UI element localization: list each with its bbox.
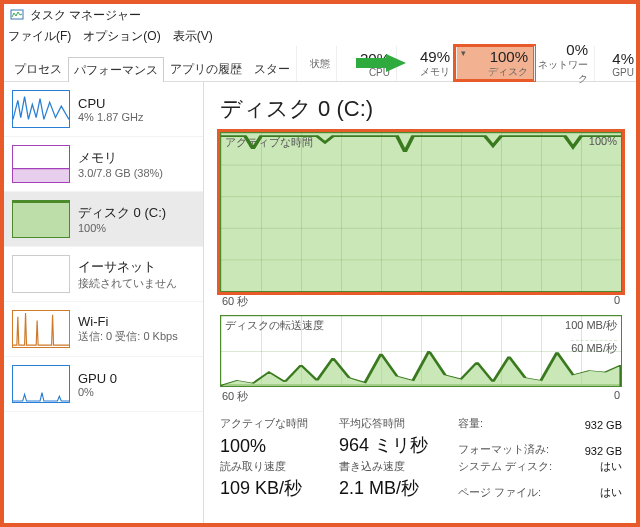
summary-disk[interactable]: ▾ 100% ディスク — [456, 46, 534, 81]
svg-marker-4 — [221, 351, 621, 386]
summary-status-label: 状態 — [299, 57, 330, 71]
summary-status[interactable]: 状態 — [296, 46, 336, 81]
xaxis-right-2: 0 — [614, 389, 620, 404]
detail-title: ディスク 0 (C:) — [220, 94, 622, 124]
summary-net-pct: 0% — [537, 41, 588, 58]
summary-network[interactable]: 0% ネットワーク — [534, 46, 594, 81]
tab-startup[interactable]: スター — [248, 56, 296, 81]
summary-memory[interactable]: 49% メモリ — [396, 46, 456, 81]
transfer-chart[interactable]: ディスクの転送速度 100 MB/秒 60 MB/秒 — [220, 315, 622, 387]
tab-performance[interactable]: パフォーマンス — [68, 57, 164, 82]
summary-cells: 状態 20% CPU 49% メモリ ▾ 100% ディスク 0% ネットワーク — [296, 46, 640, 81]
sidebar-ethernet-sub: 接続されていません — [78, 276, 177, 291]
sidebar-disk-sub: 100% — [78, 222, 166, 234]
sidebar-cpu-name: CPU — [78, 96, 143, 111]
sidebar-item-ethernet[interactable]: イーサネット 接続されていません — [4, 247, 203, 302]
summary-memory-label: メモリ — [399, 65, 450, 79]
summary-disk-pct: 100% — [459, 48, 528, 65]
body: CPU 4% 1.87 GHz メモリ 3.0/7.8 GB (38%) — [4, 82, 636, 523]
summary-cpu-label: CPU — [339, 67, 390, 78]
disk-thumb-icon — [12, 200, 70, 238]
summary-gpu-label: GPU — [597, 67, 634, 78]
stat-resp-label: 平均応答時間 — [339, 416, 454, 431]
sidebar-item-wifi[interactable]: Wi-Fi 送信: 0 受信: 0 Kbps — [4, 302, 203, 357]
tab-processes[interactable]: プロセス — [8, 56, 68, 81]
sidebar-item-disk[interactable]: ディスク 0 (C:) 100% — [4, 192, 203, 247]
summary-disk-label: ディスク — [459, 65, 528, 79]
stat-active-value: 100% — [220, 436, 335, 457]
app-icon — [10, 7, 24, 24]
memory-thumb-icon — [12, 145, 70, 183]
stat-write-value: 2.1 MB/秒 — [339, 476, 454, 500]
tab-strip: プロセス パフォーマンス アプリの履歴 スター — [4, 46, 296, 81]
sidebar-item-memory[interactable]: メモリ 3.0/7.8 GB (38%) — [4, 137, 203, 192]
cpu-thumb-icon — [12, 90, 70, 128]
sidebar-wifi-name: Wi-Fi — [78, 314, 178, 329]
sidebar-cpu-sub: 4% 1.87 GHz — [78, 111, 143, 123]
sidebar-ethernet-name: イーサネット — [78, 258, 177, 276]
summary-gpu-pct: 4% — [597, 50, 634, 67]
menu-file[interactable]: ファイル(F) — [8, 28, 71, 45]
sidebar-memory-name: メモリ — [78, 149, 163, 167]
sidebar-memory-sub: 3.0/7.8 GB (38%) — [78, 167, 163, 179]
sidebar[interactable]: CPU 4% 1.87 GHz メモリ 3.0/7.8 GB (38%) — [4, 82, 204, 523]
prop-sysdisk-l: システム ディスク: — [458, 459, 563, 474]
stat-read-label: 読み取り速度 — [220, 459, 335, 474]
sidebar-item-cpu[interactable]: CPU 4% 1.87 GHz — [4, 82, 203, 137]
stat-read-value: 109 KB/秒 — [220, 476, 335, 500]
prop-capacity-v: 932 GB — [567, 419, 622, 431]
xaxis-right-1: 0 — [614, 294, 620, 309]
detail-pane: ディスク 0 (C:) アクティブな時間 100% 60 秒 0 ディスクの転送 — [204, 82, 636, 523]
summary-gpu[interactable]: 4% GPU — [594, 46, 640, 81]
stat-active-label: アクティブな時間 — [220, 416, 335, 431]
sidebar-gpu-sub: 0% — [78, 386, 117, 398]
prop-sysdisk-v: はい — [567, 459, 622, 474]
stat-write-label: 書き込み速度 — [339, 459, 454, 474]
svg-rect-3 — [13, 201, 69, 237]
ethernet-thumb-icon — [12, 255, 70, 293]
chevron-down-icon: ▾ — [461, 48, 466, 58]
stats-grid: アクティブな時間 平均応答時間 容量: 932 GB 100% 964 ミリ秒 … — [220, 416, 622, 500]
prop-pagefile-l: ページ ファイル: — [458, 485, 563, 500]
stat-resp-value: 964 ミリ秒 — [339, 433, 454, 457]
prop-capacity-l: 容量: — [458, 416, 563, 431]
sidebar-gpu-name: GPU 0 — [78, 371, 117, 386]
prop-formatted-v: 932 GB — [567, 445, 622, 457]
top-row: プロセス パフォーマンス アプリの履歴 スター 状態 20% CPU 49% メ… — [4, 46, 636, 82]
prop-formatted-l: フォーマット済み: — [458, 442, 563, 457]
tab-app-history[interactable]: アプリの履歴 — [164, 56, 248, 81]
prop-pagefile-v: はい — [567, 485, 622, 500]
window-title: タスク マネージャー — [30, 7, 141, 24]
xaxis-left-2: 60 秒 — [222, 389, 248, 404]
active-time-chart[interactable]: アクティブな時間 100% — [220, 132, 622, 292]
menu-options[interactable]: オプション(O) — [83, 28, 160, 45]
gpu-thumb-icon — [12, 365, 70, 403]
summary-net-label: ネットワーク — [537, 58, 588, 86]
svg-rect-2 — [13, 169, 69, 182]
task-manager-window: タスク マネージャー ファイル(F) オプション(O) 表示(V) プロセス パ… — [0, 0, 640, 527]
xaxis-left-1: 60 秒 — [222, 294, 248, 309]
titlebar[interactable]: タスク マネージャー — [4, 4, 636, 26]
sidebar-wifi-sub: 送信: 0 受信: 0 Kbps — [78, 329, 178, 344]
sidebar-item-gpu[interactable]: GPU 0 0% — [4, 357, 203, 412]
wifi-thumb-icon — [12, 310, 70, 348]
summary-cpu[interactable]: 20% CPU — [336, 46, 396, 81]
summary-cpu-pct: 20% — [339, 50, 390, 67]
sidebar-disk-name: ディスク 0 (C:) — [78, 204, 166, 222]
summary-memory-pct: 49% — [399, 48, 450, 65]
menu-view[interactable]: 表示(V) — [173, 28, 213, 45]
